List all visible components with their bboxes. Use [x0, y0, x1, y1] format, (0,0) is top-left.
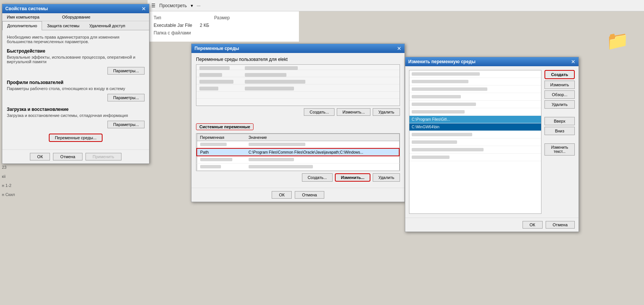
- file-value-row: Executable Jar File 2 КБ: [154, 23, 293, 28]
- edit-env-row-blurred-2: [409, 78, 541, 86]
- system-props-apply-button[interactable]: Применить: [86, 153, 121, 160]
- env-vars-titlebar: Переменные среды ✕: [191, 44, 404, 53]
- system-env-table-container[interactable]: Переменная Значение Path C:\Program File…: [196, 133, 400, 171]
- edit-env-row-selected1[interactable]: C:\Program Files\Git\...: [409, 116, 541, 123]
- user-delete-button[interactable]: Удалить: [373, 108, 400, 116]
- edit-env-up-button[interactable]: Вверх: [544, 117, 575, 125]
- sidebar-item-nskil: н Скил: [2, 190, 15, 199]
- blurred-row-3: [196, 78, 400, 85]
- folder-row: Папка с файлами: [154, 30, 293, 36]
- temp-env-row: TEMP C:\Users\elekt\AppData\Local\Temp: [196, 106, 400, 106]
- performance-section: Быстродействие Визуальные эффекты, испол…: [7, 48, 145, 75]
- col-value: Значение: [246, 134, 399, 141]
- edit-env-ok-button[interactable]: ОК: [523, 221, 543, 229]
- system-props-tabs: Дополнительно Защита системы Удаленный д…: [2, 21, 149, 30]
- edit-env-row-blurred-1: [409, 70, 541, 78]
- edit-env-close-button[interactable]: ✕: [571, 59, 576, 64]
- edit-env-create-button[interactable]: Создать: [544, 70, 575, 79]
- performance-params-button[interactable]: Параметры...: [107, 67, 145, 75]
- dialog-edit-env: Изменить переменную среды ✕: [405, 57, 579, 232]
- bootrecovery-desc: Загрузка и восстановление системы, отлад…: [7, 113, 145, 118]
- userprofiles-params-button[interactable]: Параметры...: [107, 94, 145, 101]
- edit-env-row-blurred-7: [409, 131, 541, 138]
- user-env-section: Переменные среды пользователя для elekt: [191, 53, 404, 122]
- system-props-header-row: Имя компьютера Оборудование: [2, 13, 149, 21]
- toolbar-view-icon: ☰: [151, 3, 156, 8]
- sidebar-item-kii: кii: [2, 172, 15, 181]
- edit-env-row-blurred-4: [409, 93, 541, 101]
- sidebar-item-n12: н 1-2: [2, 181, 15, 190]
- admin-note: Необходимо иметь права администратора дл…: [7, 35, 145, 44]
- tab-additional[interactable]: Дополнительно: [2, 21, 42, 30]
- type-value: Executable Jar File: [154, 23, 192, 28]
- edit-env-edit-text-button[interactable]: Изменить текст...: [544, 143, 575, 156]
- size-value: 2 КБ: [200, 23, 209, 28]
- user-modify-button[interactable]: Изменить...: [337, 108, 370, 116]
- sidebar-numbers: 23 кii н 1-2 н Скил: [2, 163, 15, 199]
- toolbar-view-label[interactable]: Просмотреть: [159, 3, 187, 8]
- dialog-env-vars: Переменные среды ✕ Переменные среды поль…: [191, 44, 405, 202]
- env-vars-close-button[interactable]: ✕: [397, 46, 401, 51]
- table-row-blurred-1: [197, 141, 399, 149]
- env-vars-footer: ОК Отмена: [191, 188, 404, 202]
- col-variable: Переменная: [197, 134, 246, 141]
- edit-env-cancel-button[interactable]: Отмена: [546, 221, 575, 229]
- system-props-cancel-button[interactable]: Отмена: [53, 153, 82, 160]
- env-vars-title: Переменные среды: [194, 46, 239, 51]
- dialog-system-props: Свойства системы ✕ Имя компьютера Оборуд…: [2, 4, 149, 164]
- system-props-footer: ОК Отмена Применить: [2, 149, 149, 163]
- system-props-ok-button[interactable]: ОК: [30, 153, 50, 160]
- user-create-button[interactable]: Создать...: [304, 108, 334, 116]
- edit-env-delete-button[interactable]: Удалить: [544, 100, 575, 109]
- sidebar-item-23: 23: [2, 163, 15, 172]
- system-env-title-container: Системные переменные: [196, 123, 400, 132]
- table-row-blurred-2: [197, 156, 399, 163]
- edit-env-row-blurred-3: [409, 86, 541, 93]
- user-env-list[interactable]: TEMP C:\Users\elekt\AppData\Local\Temp: [196, 64, 400, 106]
- blurred-row-2: [196, 72, 400, 78]
- system-env-table: Переменная Значение Path C:\Program File…: [196, 134, 400, 171]
- system-props-title: Свойства системы: [5, 6, 48, 11]
- sys-modify-button[interactable]: Изменить...: [335, 173, 370, 182]
- folder-label: Папка с файлами: [154, 30, 207, 36]
- edit-env-footer: ОК Отмена: [405, 218, 579, 232]
- system-env-title: Системные переменные: [196, 123, 254, 130]
- mingw-path: C:\MinGW64\bin: [412, 125, 439, 129]
- env-vars-button[interactable]: Переменные среды...: [49, 134, 103, 142]
- edit-env-titlebar: Изменить переменную среды ✕: [405, 57, 579, 66]
- edit-env-row-mingw[interactable]: C:\MinGW64\bin: [409, 123, 541, 131]
- bootrecovery-title: Загрузка и восстановление: [7, 107, 145, 112]
- file-details-panel: Тип Размер Executable Jar File 2 КБ Папк…: [148, 11, 299, 42]
- edit-env-row-blurred-10: [409, 154, 541, 161]
- hardware-label: Оборудование: [62, 15, 90, 19]
- tab-remote-access[interactable]: Удаленный доступ: [84, 21, 130, 30]
- performance-desc: Визуальные эффекты, использование процес…: [7, 55, 145, 64]
- env-vars-cancel-button[interactable]: Отмена: [295, 191, 324, 199]
- sys-delete-button[interactable]: Удалить: [373, 173, 400, 182]
- path-var-value: C:\Program Files\Common Files\Oracle\Jav…: [246, 148, 399, 156]
- edit-env-browse-button[interactable]: Обзор...: [544, 90, 575, 99]
- toolbar-more-label[interactable]: ···: [197, 3, 201, 8]
- system-props-titlebar: Свойства системы ✕: [2, 4, 149, 13]
- bootrecovery-params-button[interactable]: Параметры...: [107, 121, 145, 128]
- edit-env-down-button[interactable]: Вниз: [544, 127, 575, 135]
- env-vars-ok-button[interactable]: ОК: [272, 191, 292, 199]
- system-env-section: Системные переменные Переменная Значение: [191, 122, 404, 188]
- toolbar-dropdown-icon: ▾: [191, 3, 193, 8]
- edit-env-list[interactable]: C:\Program Files\Git\... C:\MinGW64\bin: [409, 70, 541, 214]
- userprofiles-title: Профили пользователей: [7, 80, 145, 85]
- edit-env-row-blurred-5: [409, 101, 541, 108]
- edit-env-row-blurred-9: [409, 146, 541, 154]
- user-env-title: Переменные среды пользователя для elekt: [196, 57, 400, 62]
- table-row-path[interactable]: Path C:\Program Files\Common Files\Oracl…: [197, 148, 399, 156]
- bootrecovery-section: Загрузка и восстановление Загрузка и вос…: [7, 107, 145, 128]
- userprofiles-desc: Параметры рабочего стола, относящиеся ко…: [7, 86, 145, 91]
- userprofiles-section: Профили пользователей Параметры рабочего…: [7, 80, 145, 101]
- user-env-buttons: Создать... Изменить... Удалить: [196, 106, 400, 118]
- edit-env-title: Изменить переменную среды: [408, 59, 476, 64]
- sys-create-button[interactable]: Создать...: [302, 173, 333, 182]
- tab-system-protection[interactable]: Защита системы: [42, 21, 84, 30]
- system-env-buttons: Создать... Изменить... Удалить: [196, 171, 400, 184]
- edit-env-modify-button[interactable]: Изменить: [544, 81, 575, 89]
- system-props-close-button[interactable]: ✕: [142, 6, 146, 11]
